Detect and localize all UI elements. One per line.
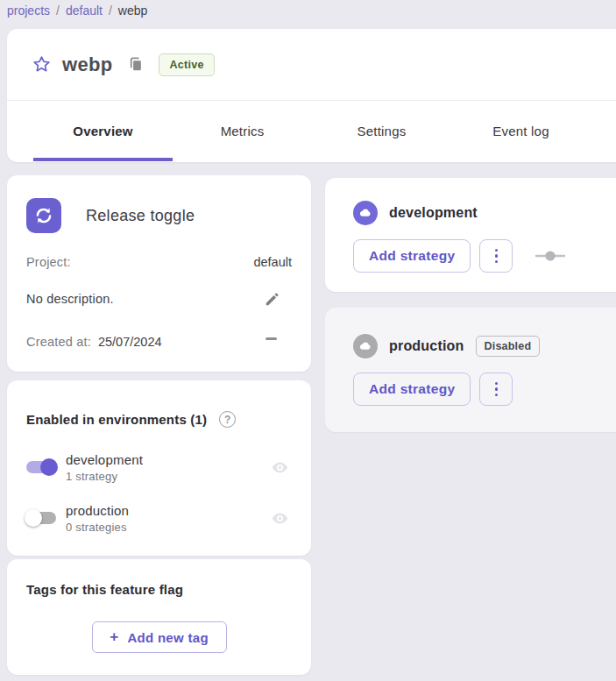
panel-header: development <box>353 201 478 225</box>
cloud-icon <box>353 334 378 358</box>
copy-icon <box>127 56 144 73</box>
plus-icon: + <box>110 628 118 646</box>
development-toggle[interactable] <box>25 458 58 476</box>
enabled-environments-card: Enabled in environments (1) ? developmen… <box>7 380 311 556</box>
tab-event-log[interactable]: Event log <box>451 101 591 161</box>
more-options-button[interactable] <box>479 372 513 406</box>
environment-name: development <box>66 452 143 467</box>
environment-row-production: production 0 strategies <box>25 499 289 537</box>
environment-strategy-count: 1 strategy <box>66 470 143 483</box>
panel-environment-name: production <box>389 338 464 354</box>
environment-row-development: development 1 strategy <box>25 448 289 486</box>
tab-overview[interactable]: Overview <box>33 101 173 161</box>
environment-name: production <box>66 503 129 518</box>
star-icon <box>32 54 52 74</box>
breadcrumb-separator: / <box>109 4 112 18</box>
eye-icon[interactable] <box>270 508 289 528</box>
production-toggle[interactable] <box>25 509 58 527</box>
breadcrumb-current: webp <box>118 4 147 18</box>
page-title: webp <box>62 53 112 76</box>
project-label: Project: <box>26 255 71 269</box>
tags-card-title: Tags for this feature flag <box>26 582 183 597</box>
breadcrumb-projects[interactable]: projects <box>7 4 50 18</box>
add-new-tag-label: Add new tag <box>127 630 208 645</box>
tab-settings[interactable]: Settings <box>312 101 451 161</box>
description-text: No description. <box>26 292 114 306</box>
add-new-tag-button[interactable]: + Add new tag <box>92 621 227 653</box>
add-strategy-button[interactable]: Add strategy <box>353 239 471 273</box>
edit-description-button[interactable] <box>262 289 281 309</box>
project-row: Project: default <box>26 252 292 272</box>
status-badge: Active <box>159 53 214 76</box>
created-value: 25/07/2024 <box>98 335 162 349</box>
created-row: Created at: 25/07/2024 <box>26 332 292 351</box>
project-value[interactable]: default <box>253 255 292 269</box>
environment-text: development 1 strategy <box>66 452 143 483</box>
environments-title-row: Enabled in environments (1) ? <box>26 411 236 428</box>
feature-flag-page: projects / default / webp webp Active Ov… <box>0 0 616 681</box>
development-strategies-panel: development Add strategy <box>325 178 616 292</box>
environment-strategy-count: 0 strategies <box>66 521 129 534</box>
help-icon[interactable]: ? <box>219 411 236 428</box>
breadcrumb-default[interactable]: default <box>66 4 103 18</box>
copy-button[interactable] <box>125 55 145 74</box>
favorite-button[interactable] <box>31 54 52 75</box>
flag-details-card: Release toggle Project: default No descr… <box>7 175 311 372</box>
created-label: Created at: <box>26 335 91 349</box>
feature-header-row: webp Active <box>7 29 616 101</box>
environments-card-title: Enabled in environments (1) <box>26 412 207 427</box>
toggle-thumb <box>25 509 42 527</box>
active-tab-indicator <box>33 158 173 161</box>
panel-actions: Add strategy <box>353 239 565 273</box>
panel-environment-name: development <box>389 205 478 221</box>
production-strategies-panel: production Disabled Add strategy <box>325 308 616 432</box>
pencil-icon <box>264 291 280 308</box>
cloud-icon <box>353 201 378 225</box>
release-toggle-icon <box>26 198 61 233</box>
panel-header: production Disabled <box>353 334 540 358</box>
strategy-separator-icon <box>535 250 565 262</box>
eye-icon[interactable] <box>270 458 289 477</box>
panel-actions: Add strategy <box>353 372 513 406</box>
kebab-icon <box>495 382 499 386</box>
feature-header-card: webp Active Overview Metrics Settings Ev… <box>7 29 616 162</box>
disabled-badge: Disabled <box>476 336 541 357</box>
environment-text: production 0 strategies <box>66 503 129 534</box>
tags-card: Tags for this feature flag + Add new tag <box>7 559 311 675</box>
minus-icon <box>266 337 277 340</box>
flag-type-row: Release toggle <box>26 198 195 233</box>
breadcrumb: projects / default / webp <box>7 0 147 21</box>
tab-metrics[interactable]: Metrics <box>173 101 312 161</box>
breadcrumb-separator: / <box>56 4 60 18</box>
description-row: No description. <box>26 289 292 309</box>
kebab-icon <box>495 249 499 252</box>
toggle-thumb <box>40 458 58 476</box>
add-strategy-button[interactable]: Add strategy <box>353 372 471 406</box>
tab-bar: Overview Metrics Settings Event log <box>7 101 616 161</box>
flag-type-label: Release toggle <box>86 207 195 225</box>
more-options-button[interactable] <box>479 239 513 273</box>
